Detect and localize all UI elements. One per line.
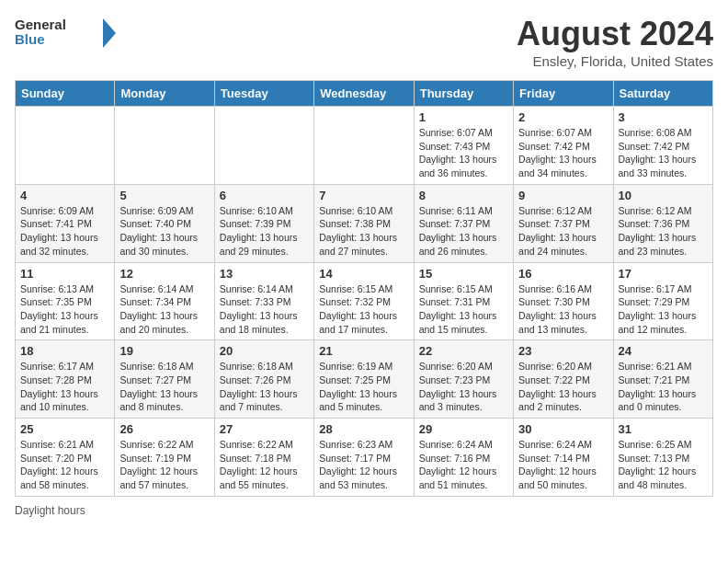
daylight-label: Daylight hours — [15, 504, 85, 517]
calendar-week-2: 4Sunrise: 6:09 AM Sunset: 7:41 PM Daylig… — [16, 184, 713, 262]
day-info: Sunrise: 6:22 AM Sunset: 7:18 PM Dayligh… — [220, 438, 309, 492]
calendar-cell: 15Sunrise: 6:15 AM Sunset: 7:31 PM Dayli… — [414, 262, 513, 340]
calendar-header-row: SundayMondayTuesdayWednesdayThursdayFrid… — [16, 81, 713, 107]
calendar-cell: 24Sunrise: 6:21 AM Sunset: 7:21 PM Dayli… — [613, 340, 712, 419]
day-info: Sunrise: 6:24 AM Sunset: 7:16 PM Dayligh… — [419, 438, 508, 492]
day-number: 15 — [419, 267, 508, 281]
header-saturday: Saturday — [613, 81, 712, 107]
calendar-cell: 3Sunrise: 6:08 AM Sunset: 7:42 PM Daylig… — [613, 107, 712, 185]
day-info: Sunrise: 6:08 AM Sunset: 7:42 PM Dayligh… — [619, 126, 708, 180]
calendar-cell: 16Sunrise: 6:16 AM Sunset: 7:30 PM Dayli… — [514, 262, 613, 340]
day-info: Sunrise: 6:21 AM Sunset: 7:21 PM Dayligh… — [619, 360, 708, 414]
title-area: August 2024 Ensley, Florida, United Stat… — [517, 15, 713, 69]
day-info: Sunrise: 6:15 AM Sunset: 7:32 PM Dayligh… — [319, 282, 408, 337]
day-info: Sunrise: 6:14 AM Sunset: 7:34 PM Dayligh… — [119, 282, 209, 337]
day-info: Sunrise: 6:17 AM Sunset: 7:29 PM Dayligh… — [619, 282, 708, 337]
month-title: August 2024 — [517, 15, 713, 53]
day-info: Sunrise: 6:11 AM Sunset: 7:37 PM Dayligh… — [419, 204, 508, 259]
day-info: Sunrise: 6:17 AM Sunset: 7:28 PM Dayligh… — [20, 360, 109, 414]
day-number: 20 — [220, 344, 309, 358]
calendar-cell: 22Sunrise: 6:20 AM Sunset: 7:23 PM Dayli… — [414, 340, 513, 419]
header-monday: Monday — [115, 81, 214, 107]
day-number: 7 — [319, 189, 408, 202]
day-number: 16 — [518, 267, 608, 281]
header-sunday: Sunday — [16, 81, 115, 107]
day-info: Sunrise: 6:20 AM Sunset: 7:23 PM Dayligh… — [419, 360, 508, 414]
calendar-cell: 21Sunrise: 6:19 AM Sunset: 7:25 PM Dayli… — [314, 340, 414, 419]
logo-icon: General Blue — [15, 15, 116, 52]
calendar-cell — [314, 107, 414, 185]
calendar-cell: 25Sunrise: 6:21 AM Sunset: 7:20 PM Dayli… — [16, 419, 115, 497]
day-number: 12 — [119, 267, 209, 281]
day-info: Sunrise: 6:07 AM Sunset: 7:42 PM Dayligh… — [518, 126, 608, 180]
day-number: 5 — [119, 189, 209, 202]
location-title: Ensley, Florida, United States — [517, 53, 713, 69]
day-number: 19 — [119, 344, 209, 358]
day-info: Sunrise: 6:10 AM Sunset: 7:39 PM Dayligh… — [220, 204, 309, 259]
day-info: Sunrise: 6:20 AM Sunset: 7:22 PM Dayligh… — [518, 360, 608, 414]
footer: Daylight hours — [15, 504, 713, 517]
day-info: Sunrise: 6:12 AM Sunset: 7:37 PM Dayligh… — [518, 204, 608, 259]
svg-marker-2 — [103, 18, 116, 48]
day-info: Sunrise: 6:09 AM Sunset: 7:40 PM Dayligh… — [119, 204, 209, 259]
day-number: 8 — [419, 189, 508, 202]
day-number: 31 — [619, 422, 708, 436]
day-info: Sunrise: 6:25 AM Sunset: 7:13 PM Dayligh… — [619, 438, 708, 492]
day-number: 30 — [518, 422, 608, 436]
calendar-cell: 14Sunrise: 6:15 AM Sunset: 7:32 PM Dayli… — [314, 262, 414, 340]
calendar-cell: 13Sunrise: 6:14 AM Sunset: 7:33 PM Dayli… — [214, 262, 313, 340]
day-info: Sunrise: 6:09 AM Sunset: 7:41 PM Dayligh… — [20, 204, 109, 259]
calendar-cell: 8Sunrise: 6:11 AM Sunset: 7:37 PM Daylig… — [414, 184, 513, 262]
calendar-cell: 7Sunrise: 6:10 AM Sunset: 7:38 PM Daylig… — [314, 184, 414, 262]
calendar-cell: 26Sunrise: 6:22 AM Sunset: 7:19 PM Dayli… — [115, 419, 214, 497]
day-number: 26 — [119, 422, 209, 436]
day-number: 18 — [20, 344, 109, 358]
day-info: Sunrise: 6:21 AM Sunset: 7:20 PM Dayligh… — [20, 438, 109, 492]
calendar-week-3: 11Sunrise: 6:13 AM Sunset: 7:35 PM Dayli… — [16, 262, 713, 340]
day-number: 17 — [619, 267, 708, 281]
day-number: 1 — [419, 110, 508, 124]
day-info: Sunrise: 6:13 AM Sunset: 7:35 PM Dayligh… — [20, 282, 109, 337]
logo: General Blue — [15, 15, 116, 52]
day-info: Sunrise: 6:14 AM Sunset: 7:33 PM Dayligh… — [220, 282, 309, 337]
calendar: SundayMondayTuesdayWednesdayThursdayFrid… — [15, 80, 713, 497]
calendar-cell — [214, 107, 313, 185]
day-info: Sunrise: 6:18 AM Sunset: 7:26 PM Dayligh… — [220, 360, 309, 414]
day-info: Sunrise: 6:23 AM Sunset: 7:17 PM Dayligh… — [319, 438, 408, 492]
header-thursday: Thursday — [414, 81, 513, 107]
calendar-cell: 20Sunrise: 6:18 AM Sunset: 7:26 PM Dayli… — [214, 340, 313, 419]
day-info: Sunrise: 6:16 AM Sunset: 7:30 PM Dayligh… — [518, 282, 608, 337]
day-number: 27 — [220, 422, 309, 436]
calendar-cell: 1Sunrise: 6:07 AM Sunset: 7:43 PM Daylig… — [414, 107, 513, 185]
calendar-cell: 18Sunrise: 6:17 AM Sunset: 7:28 PM Dayli… — [16, 340, 115, 419]
calendar-cell: 2Sunrise: 6:07 AM Sunset: 7:42 PM Daylig… — [514, 107, 613, 185]
header-tuesday: Tuesday — [214, 81, 313, 107]
day-number: 10 — [619, 189, 708, 202]
calendar-cell: 23Sunrise: 6:20 AM Sunset: 7:22 PM Dayli… — [514, 340, 613, 419]
calendar-cell: 29Sunrise: 6:24 AM Sunset: 7:16 PM Dayli… — [414, 419, 513, 497]
day-number: 3 — [619, 110, 708, 124]
calendar-cell: 19Sunrise: 6:18 AM Sunset: 7:27 PM Dayli… — [115, 340, 214, 419]
calendar-cell: 27Sunrise: 6:22 AM Sunset: 7:18 PM Dayli… — [214, 419, 313, 497]
day-number: 14 — [319, 267, 408, 281]
svg-text:General: General — [15, 17, 66, 32]
calendar-cell — [16, 107, 115, 185]
day-number: 13 — [220, 267, 309, 281]
day-info: Sunrise: 6:10 AM Sunset: 7:38 PM Dayligh… — [319, 204, 408, 259]
day-number: 28 — [319, 422, 408, 436]
calendar-cell: 5Sunrise: 6:09 AM Sunset: 7:40 PM Daylig… — [115, 184, 214, 262]
calendar-week-1: 1Sunrise: 6:07 AM Sunset: 7:43 PM Daylig… — [16, 107, 713, 185]
calendar-cell: 12Sunrise: 6:14 AM Sunset: 7:34 PM Dayli… — [115, 262, 214, 340]
calendar-cell: 9Sunrise: 6:12 AM Sunset: 7:37 PM Daylig… — [514, 184, 613, 262]
calendar-cell: 10Sunrise: 6:12 AM Sunset: 7:36 PM Dayli… — [613, 184, 712, 262]
day-info: Sunrise: 6:22 AM Sunset: 7:19 PM Dayligh… — [119, 438, 209, 492]
day-info: Sunrise: 6:18 AM Sunset: 7:27 PM Dayligh… — [119, 360, 209, 414]
day-number: 24 — [619, 344, 708, 358]
day-number: 6 — [220, 189, 309, 202]
day-info: Sunrise: 6:19 AM Sunset: 7:25 PM Dayligh… — [319, 360, 408, 414]
calendar-cell: 6Sunrise: 6:10 AM Sunset: 7:39 PM Daylig… — [214, 184, 313, 262]
day-number: 11 — [20, 267, 109, 281]
calendar-cell: 11Sunrise: 6:13 AM Sunset: 7:35 PM Dayli… — [16, 262, 115, 340]
day-number: 25 — [20, 422, 109, 436]
day-info: Sunrise: 6:12 AM Sunset: 7:36 PM Dayligh… — [619, 204, 708, 259]
